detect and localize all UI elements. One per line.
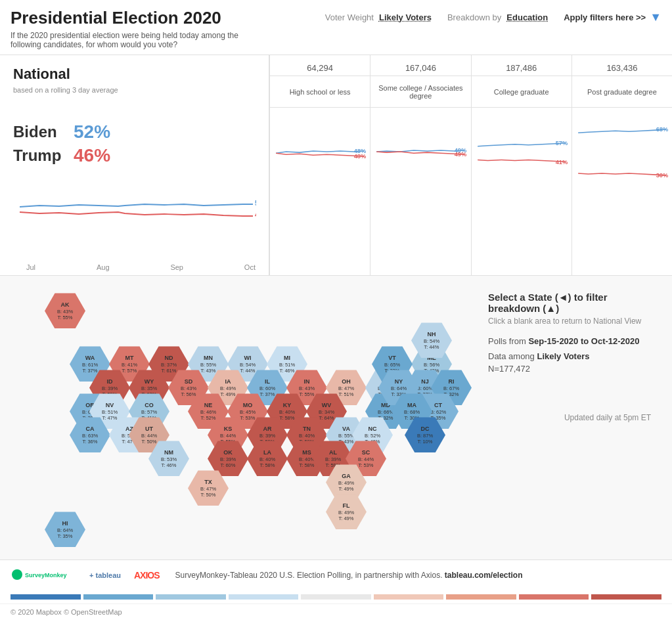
state-abbr: RI [449,378,455,385]
breakdown-value[interactable]: Education [506,12,548,22]
national-panel: National based on a rolling 3 day averag… [0,55,269,275]
state-trump: T: 58% [300,462,315,468]
biden-name: Biden [13,123,66,141]
voter-weight-value[interactable]: Likely Voters [379,12,432,22]
edu-panel: 64,294High school or less 48% 48% 167,04… [269,55,672,275]
state-trump: T: 44% [424,344,439,350]
state-biden: B: 43% [299,385,315,391]
state-trump: T: 51% [339,391,354,397]
state-biden: B: 55% [200,362,216,368]
svg-text:57%: 57% [555,140,568,146]
state-biden: B: 44% [358,456,374,462]
page-title: Presidential Election 2020 [11,8,247,28]
x-label-jul: Jul [26,263,35,271]
state-abbr: NH [428,331,436,338]
state-abbr: HI [62,520,68,527]
updated-text: Updated daily at 5pm ET [488,413,651,422]
apply-filters-button[interactable]: Apply filters here >> ▼ [564,11,661,24]
state-biden: B: 44% [141,433,157,439]
state-biden: B: 41% [122,362,137,368]
state-biden: B: 53% [161,456,177,462]
svg-text:52%: 52% [255,200,256,207]
state-hex-fl[interactable]: FL B: 49% T: 49% [326,494,367,529]
state-trump: T: 53% [359,462,374,468]
state-biden: B: 37% [161,362,177,368]
state-hex-nh[interactable]: NH B: 54% T: 44% [411,322,452,358]
state-biden: B: 47% [338,385,354,391]
state-trump: T: 49% [339,515,354,521]
state-biden: B: 68% [404,409,420,415]
state-abbr: CA [86,426,95,433]
state-biden: B: 40% [299,433,315,439]
page-subtitle: If the 2020 presidential election were b… [11,31,247,49]
state-abbr: MT [125,355,134,362]
state-biden: B: 63% [82,433,98,439]
state-hex-la[interactable]: LA B: 40% T: 58% [247,441,288,476]
svg-text:68%: 68% [656,126,668,133]
national-title: National [13,66,256,83]
hex-map: AK B: 43% T: 55% HI B: 64% T: 35% WA B: … [11,286,457,549]
state-abbr: MI [284,355,290,362]
state-biden: B: 35% [141,385,157,391]
state-biden: B: 60% [259,385,275,391]
state-biden: B: 54% [424,338,439,344]
x-label-sep: Sep [170,263,183,271]
legend-strong-dem [11,594,81,600]
map-info-voters: Data among Likely Voters [488,351,651,361]
state-abbr: CT [434,402,442,409]
state-biden: B: 34% [319,409,334,415]
state-abbr: WV [322,402,332,409]
state-biden: B: 55% [338,433,354,439]
footer-link[interactable]: tableau.com/election [445,571,523,580]
dates-value: Sep-15-2020 to Oct-12-2020 [528,336,639,346]
state-trump: T: 53% [240,415,256,421]
state-biden: B: 39% [259,433,275,439]
state-biden: B: 49% [338,480,354,486]
footer-logos: SurveyMonkey + tableau AXIOS [11,568,160,582]
map-container: AK B: 43% T: 55% HI B: 64% T: 35% WA B: … [11,286,467,549]
state-abbr: UT [145,426,153,433]
state-abbr: FL [343,502,350,510]
state-abbr: NE [204,402,213,409]
state-hex-ak[interactable]: AK B: 43% T: 55% [45,293,85,328]
edu-chart-3: 68% 30% [572,108,672,275]
state-biden: B: 52% [365,433,380,439]
dates-label: Polls from [488,336,526,346]
state-trump: T: 52% [201,415,216,421]
svg-text:49%: 49% [455,151,467,158]
trump-name: Trump [13,146,66,165]
state-abbr: NY [395,378,403,385]
copyright: © 2020 Mapbox © OpenStreetMap [0,603,672,620]
state-trump: T: 37% [260,391,275,397]
state-trump: T: 44% [240,368,256,374]
legend-slight-dem [229,594,299,600]
state-abbr: ID [107,378,113,385]
page-header: Presidential Election 2020 If the 2020 p… [0,0,672,55]
state-trump: T: 46% [280,368,295,374]
map-info: Select a State (◄) to filter breakdown (… [478,286,661,549]
state-biden: B: 60% [417,385,433,391]
state-trump: T: 58% [260,462,275,468]
state-abbr: NJ [421,378,429,385]
legend-strong-rep [591,594,661,600]
edu-col-0: 64,294High school or less 48% 48% [269,55,370,275]
state-abbr: NV [106,402,114,409]
national-chart: 52% 46% Jul Aug Sep Oct [13,173,256,265]
state-biden: B: 56% [424,362,439,368]
state-abbr: CO [145,402,154,409]
x-label-aug: Aug [97,263,110,271]
trump-pct: 46% [74,145,110,166]
candidate-rows: Biden 52% Trump 46% [13,121,256,166]
state-trump: T: 47% [102,415,118,421]
svg-text:48%: 48% [354,153,367,160]
state-abbr: MS [302,449,311,456]
legend-slight-rep [374,594,444,600]
state-abbr: MO [243,402,253,409]
state-abbr: NC [369,426,377,433]
state-biden: B: 49% [220,385,236,391]
svg-text:SurveyMonkey: SurveyMonkey [25,572,67,579]
state-biden: B: 40% [259,456,275,462]
state-hex-hi[interactable]: HI B: 64% T: 35% [45,512,85,547]
surveymonkey-logo: SurveyMonkey [11,568,76,582]
state-abbr: KY [283,402,292,409]
